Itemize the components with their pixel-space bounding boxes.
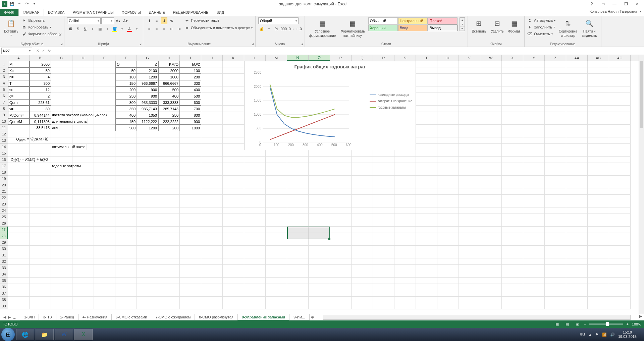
decrease-indent-icon[interactable]: ⇤ [168,25,175,32]
sheet-tab[interactable]: 2-Ранец [56,314,78,320]
insert-cells-button[interactable]: ⊞Вставить [471,17,487,34]
cell[interactable]: 1200 [137,125,158,131]
cell[interactable]: 1200 [137,74,158,80]
font-name-combo[interactable]: Calibri▾ [67,17,101,24]
sheet-tab[interactable]: 9-Им... [289,314,309,320]
cell[interactable]: 250 [115,93,137,99]
tab-home[interactable]: ГЛАВНАЯ [18,9,44,16]
cut-button[interactable]: ✂Вырезать [21,17,61,23]
fill-button[interactable]: ⬇Заполнить▾ [527,24,555,30]
row-header[interactable]: 30 [0,246,8,252]
taskbar-clock[interactable]: 15:1919.03.2015 [618,330,637,339]
style-neutral[interactable]: Нейтральный [398,17,428,24]
column-header[interactable]: V [459,55,480,61]
style-bad[interactable]: Плохой [428,17,458,24]
cell[interactable]: 4 [30,74,51,80]
column-header[interactable]: C [51,55,72,61]
cell[interactable]: 300 [30,80,51,86]
sheet-tab[interactable]: 8-СМО разомкнутая [195,314,237,320]
cell[interactable]: 400 [158,93,180,99]
cell-styles-gallery[interactable]: Обычный Нейтральный Плохой Хороший Ввод … [368,17,458,31]
vertical-scrollbar[interactable] [639,55,644,314]
taskbar-excel-icon[interactable]: X [74,329,93,340]
cell[interactable]: Z [137,61,158,67]
column-header[interactable]: G [137,55,158,61]
add-sheet-icon[interactable]: ⊕ [309,314,316,320]
cell[interactable]: 50 [30,67,51,74]
column-header[interactable]: A [8,55,30,61]
row-header[interactable]: 19 [0,176,8,182]
delete-cells-button[interactable]: ⊟Удалить [489,17,505,34]
conditional-formatting-button[interactable]: ▦Условноеформатирование [308,17,337,38]
align-bottom-icon[interactable]: ⬇ [161,17,167,24]
row-header[interactable]: 7 [0,99,8,106]
view-normal-icon[interactable]: ▦ [554,321,560,327]
cell[interactable]: h= [8,74,30,80]
cell[interactable]: 1000 [158,74,180,80]
zoom-slider[interactable] [589,323,623,325]
italic-button[interactable]: К [74,25,81,32]
user-caret-icon[interactable]: ▾ [640,10,641,13]
cell[interactable]: 333,3333 [158,99,180,106]
tab-review[interactable]: РЕЦЕНЗИРОВАНИЕ [169,9,212,16]
taskbar-ie-icon[interactable]: 🌐 [16,329,34,340]
cell[interactable]: 8,944144 [30,112,51,118]
sheet-nav-more-icon[interactable]: … [13,315,16,319]
cell[interactable]: 0,111805 [30,118,51,125]
column-header[interactable]: N [287,55,309,61]
cell[interactable]: 450 [115,118,137,125]
number-format-combo[interactable]: Общий▾ [258,17,299,24]
row-header[interactable]: 1 [0,61,8,67]
tray-network-icon[interactable]: 📶 [602,333,607,337]
cell[interactable]: 966,6667 [137,80,158,86]
percent-icon[interactable]: % [273,25,280,32]
row-header[interactable]: 22 [0,195,8,201]
increase-decimal-icon[interactable]: .0→ [288,25,294,32]
tray-action-icon[interactable]: ⚑ [595,333,599,337]
clear-button[interactable]: ⌫Очистить▾ [527,31,555,37]
redo-icon[interactable]: ↷ [24,1,30,7]
border-button[interactable]: ▦ [97,25,103,32]
column-header[interactable]: F [115,55,137,61]
cell[interactable]: 933,3333 [137,99,158,106]
cell[interactable]: 200 [158,125,180,131]
tab-view[interactable]: ВИД [212,9,228,16]
cell[interactable]: KM/Q [158,61,180,67]
row-header[interactable]: 17 [0,163,8,169]
cell[interactable]: 1122,222 [137,118,158,125]
style-good[interactable]: Хороший [368,24,398,31]
paste-button[interactable]: 📋 Вставить ▾ [3,17,19,38]
cell[interactable]: M= [8,61,30,67]
sheet-tab[interactable]: 6-СМО с отказами [111,314,152,320]
column-header[interactable]: W [480,55,502,61]
tab-page-layout[interactable]: РАЗМЕТКА СТРАНИЦЫ [68,9,117,16]
tray-volume-icon[interactable]: 🔊 [610,333,615,337]
lang-indicator[interactable]: RU [580,333,585,337]
cell[interactable]: 285,7143 [158,106,180,112]
cell[interactable]: оптимальный заказ [51,144,87,150]
cell[interactable]: Qопт= [8,99,30,106]
close-icon[interactable]: ✕ [633,1,641,7]
copy-button[interactable]: ⧉Копировать▾ [21,24,61,30]
bold-button[interactable]: Ж [67,25,74,32]
column-header[interactable]: S [394,55,416,61]
cell[interactable]: 200 [180,74,201,80]
view-page-break-icon[interactable]: ▣ [574,321,581,327]
tab-formulas[interactable]: ФОРМУЛЫ [118,9,145,16]
thousands-icon[interactable]: 000 [280,25,287,32]
row-header[interactable]: 27 [0,227,8,233]
column-header[interactable]: T [416,55,437,61]
font-launcher-icon[interactable]: ◢ [138,42,142,46]
style-output[interactable]: Вывод [428,24,458,31]
column-header[interactable]: K [223,55,244,61]
undo-icon[interactable]: ↶ [17,1,22,7]
format-as-table-button[interactable]: ▦Форматироватькак таблицу [339,17,366,38]
tab-insert[interactable]: ВСТАВКА [44,9,68,16]
cell[interactable]: 300 [180,80,201,86]
spreadsheet-grid[interactable]: ABCDEFGHIJKLMNOPQRSTUVWXYZAAABAC 1234567… [0,55,644,314]
view-page-layout-icon[interactable]: ▤ [564,321,571,327]
row-header[interactable]: 11 [0,125,8,131]
wrap-text-button[interactable]: ↩Перенести текст [184,17,253,23]
cell[interactable]: 250 [158,112,180,118]
fill-color-button[interactable]: 🪣 [111,25,118,32]
